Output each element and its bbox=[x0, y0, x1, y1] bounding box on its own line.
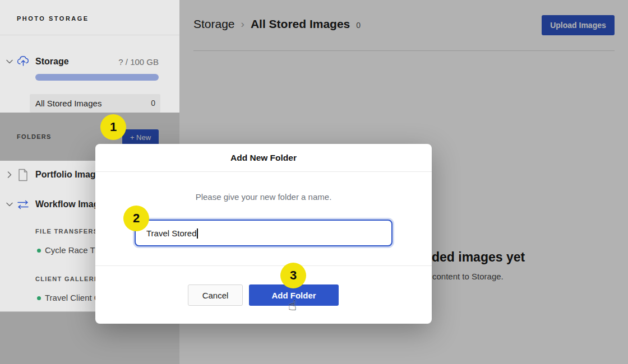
chevron-down-icon[interactable] bbox=[6, 202, 13, 207]
empty-state-subtitle-fragment: content to Storage. bbox=[432, 272, 504, 281]
sidebar-item-travel-client-gallery[interactable]: Travel Client G bbox=[45, 293, 100, 302]
modal-header: Add New Folder bbox=[95, 144, 432, 172]
breadcrumb: Storage › All Stored Images 0 bbox=[193, 17, 361, 31]
storage-label: Storage bbox=[35, 57, 69, 67]
folder-name-value: Travel Stored bbox=[146, 228, 196, 238]
chevron-separator-icon: › bbox=[241, 18, 244, 30]
storage-usage: ? / 100 GB bbox=[118, 57, 159, 67]
chevron-right-icon[interactable] bbox=[7, 171, 12, 179]
hand-pointer-icon: ☝ bbox=[288, 297, 297, 314]
app-logo: PHOTO STORAGE bbox=[17, 15, 89, 22]
breadcrumb-current-page: All Stored Images bbox=[251, 17, 350, 31]
sidebar-item-all-stored-images[interactable]: All Stored Images 0 bbox=[30, 94, 160, 113]
step-badge-2: 2 bbox=[123, 206, 149, 231]
modal-title: Add New Folder bbox=[230, 153, 297, 163]
upload-images-button[interactable]: Upload Images bbox=[542, 15, 615, 35]
empty-state-title-fragment: ded images yet bbox=[432, 250, 525, 265]
all-stored-images-label: All Stored Images bbox=[35, 99, 101, 108]
status-dot-icon bbox=[37, 249, 41, 253]
all-stored-images-count: 0 bbox=[151, 99, 155, 108]
modal-footer-divider bbox=[95, 265, 432, 266]
step-badge-1: 1 bbox=[100, 114, 126, 140]
sidebar-divider-top bbox=[0, 35, 179, 35]
document-icon bbox=[17, 169, 29, 181]
folder-name-input[interactable]: Travel Stored bbox=[135, 220, 392, 246]
storage-progress-bar bbox=[35, 74, 159, 81]
folders-heading: FOLDERS bbox=[17, 133, 52, 140]
sidebar-item-cycle-race-transfer[interactable]: Cycle Race Tra bbox=[45, 245, 103, 255]
chevron-down-icon[interactable] bbox=[6, 59, 13, 64]
modal-prompt-text: Please give your new folder a name. bbox=[95, 192, 432, 202]
cancel-button[interactable]: Cancel bbox=[188, 284, 243, 306]
app-window: PHOTO STORAGE Storage ? / 100 GB All Sto… bbox=[0, 0, 628, 364]
text-caret bbox=[197, 228, 198, 239]
cloud-upload-icon bbox=[17, 55, 30, 67]
breadcrumb-storage-link[interactable]: Storage bbox=[193, 17, 235, 31]
status-dot-icon bbox=[37, 296, 41, 300]
image-count: 0 bbox=[356, 21, 361, 30]
header-divider bbox=[193, 50, 615, 51]
new-folder-button[interactable]: + New bbox=[122, 129, 159, 145]
transfer-arrows-icon bbox=[16, 200, 30, 209]
file-transfers-heading: FILE TRANSFERS bbox=[35, 228, 98, 235]
step-badge-3: 3 bbox=[280, 263, 306, 288]
add-new-folder-modal: Add New Folder Please give your new fold… bbox=[95, 144, 432, 324]
